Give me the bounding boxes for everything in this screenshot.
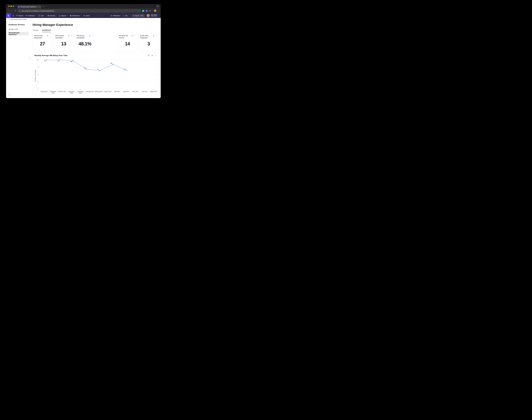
search-button[interactable]: Search ⌘+K <box>132 14 145 17</box>
nav-item-reports[interactable]: Reports <box>58 13 69 18</box>
info-icon[interactable] <box>153 35 154 36</box>
x-tick-label: March 2024 <box>103 91 112 94</box>
x-tick-label: August 2023 <box>39 91 49 94</box>
nav-item-admin[interactable]: Admin <box>82 13 91 18</box>
kebab-menu-icon[interactable] <box>49 35 51 36</box>
minimize-window-button[interactable] <box>10 5 12 7</box>
user-org: Ashby 2024 <box>151 16 157 17</box>
close-window-button[interactable] <box>8 5 10 7</box>
card-header: HM Surveys Requested <box>34 35 51 39</box>
nav-item-candidates[interactable]: Candidates <box>24 13 37 18</box>
svg-text:7.2: 7.2 <box>124 68 125 70</box>
badge-icon <box>47 15 49 16</box>
sidebar-item-hiring-manager-experience[interactable]: Hiring Manager Experience <box>8 32 29 35</box>
bell-icon <box>110 15 112 16</box>
page-tabs: SurveysDashboard <box>32 29 159 32</box>
nav-item-label: Sourcing <box>50 15 55 16</box>
chevron-down-icon <box>56 15 57 16</box>
nav-item-jobs[interactable]: Jobs <box>37 13 46 18</box>
add-label: Add <box>125 15 127 16</box>
nav-item-dashboards[interactable]: Dashboards <box>69 13 82 18</box>
people-icon <box>25 15 27 16</box>
chevron-down-icon <box>44 15 46 16</box>
extension-icon-1[interactable] <box>142 10 144 12</box>
page-title: Hiring Manager Experience <box>32 23 159 27</box>
y-tick-label: 10 <box>36 59 38 60</box>
kebab-menu-icon[interactable] <box>155 35 157 36</box>
ashby-extension-icon[interactable]: A <box>146 10 148 12</box>
stat-cards: HM Surveys Requested 27 HM Surveys Submi… <box>32 33 159 51</box>
open-external-icon[interactable] <box>152 55 153 56</box>
kebab-menu-icon[interactable] <box>134 35 136 36</box>
ashby-logo[interactable]: A <box>6 13 11 18</box>
chevron-down-icon <box>80 15 81 16</box>
nav-item-home[interactable] <box>11 13 15 18</box>
chart-header: Monthly Average HM Rating Over Time <box>33 55 158 57</box>
app-nav: A PipelineCandidatesJobsSourcingReportsD… <box>6 13 161 18</box>
tab-surveys[interactable]: Surveys <box>32 29 39 32</box>
x-axis-labels: August 2023September 2023October 2023Nov… <box>39 91 158 94</box>
svg-text:8.8: 8.8 <box>110 62 112 64</box>
tab-dashboard[interactable]: Dashboard <box>42 29 51 32</box>
chart-plot: 10109.87.57.18.87.2 <box>39 58 158 90</box>
nav-item-sourcing[interactable]: Sourcing <box>46 13 58 18</box>
x-tick-label: February 2024 <box>94 91 103 94</box>
browser-tab[interactable]: A Hiring Manager Experience · × <box>17 5 41 8</box>
info-icon[interactable] <box>132 35 133 36</box>
refresh-icon[interactable] <box>148 55 150 56</box>
card-value: 14 <box>119 39 136 50</box>
site-settings-icon[interactable] <box>19 10 20 12</box>
nav-item-label: Candidates <box>28 15 35 16</box>
nav-items: PipelineCandidatesJobsSourcingReportsDas… <box>11 13 91 18</box>
x-tick-label: August 2024 <box>149 91 158 94</box>
back-button[interactable]: ← <box>7 9 11 13</box>
new-tab-button[interactable]: + <box>43 5 45 8</box>
x-tick-label: September 2023 <box>49 91 58 94</box>
tab-search-button[interactable] <box>156 5 159 8</box>
zoom-window-button[interactable] <box>13 5 14 7</box>
notifications-button[interactable]: Notifications <box>110 15 121 16</box>
nav-item-label: Jobs <box>41 15 44 16</box>
main-panel: Hiring Manager Experience SurveysDashboa… <box>30 21 161 98</box>
tab-close-icon[interactable]: × <box>39 6 40 8</box>
svg-text:10: 10 <box>58 60 59 61</box>
browser-profile-avatar[interactable] <box>154 10 156 12</box>
browser-toolbar: ← → app.ashbyhq.com/employee-surveys/hme… <box>6 8 161 13</box>
kebab-menu-icon[interactable] <box>70 35 72 36</box>
chart-title: Monthly Average HM Rating Over Time <box>34 55 146 57</box>
forward-button[interactable]: → <box>11 9 14 13</box>
sidebar-resize-handle[interactable] <box>30 57 31 59</box>
bookmark-star-icon[interactable]: ☆ <box>138 10 140 12</box>
chevron-down-icon <box>128 15 129 16</box>
kebab-menu-icon[interactable] <box>92 35 93 36</box>
x-tick-label: June 2024 <box>131 91 140 94</box>
card-value: 13 <box>55 39 72 50</box>
extensions-puzzle-icon[interactable] <box>149 10 151 12</box>
help-button[interactable]: ? <box>7 94 10 97</box>
add-button[interactable]: Add <box>122 14 130 17</box>
sidebar-item-quality-of-hire[interactable]: Quality of Hire <box>8 28 29 31</box>
chart-kebab-menu-icon[interactable] <box>155 55 157 56</box>
toolbar-divider <box>152 10 152 12</box>
plus-icon <box>123 15 124 16</box>
info-icon[interactable] <box>47 35 48 36</box>
browser-menu-icon[interactable]: ⋮ <box>158 10 159 12</box>
new-prebuilt-reports-link[interactable]: New Prebuilt Reports Report <box>11 19 27 20</box>
card-value: 48.1% <box>76 39 93 50</box>
card-label: Pending HM Survey... <box>119 35 131 39</box>
reload-button[interactable] <box>14 9 17 13</box>
chevron-down-icon <box>157 6 158 7</box>
funnel-icon <box>16 15 18 16</box>
address-bar[interactable]: app.ashbyhq.com/employee-surveys/hme/das… <box>17 9 141 13</box>
info-icon[interactable] <box>68 35 69 36</box>
user-menu[interactable]: Ada Minn Ashby 2024 <box>147 14 159 17</box>
card-label: HM Survey Completion <box>76 35 88 39</box>
nav-right: Notifications Add Search ⌘+K Ada Minn As… <box>110 14 159 17</box>
x-tick-label: May 2024 <box>122 91 131 94</box>
url-text: app.ashbyhq.com/employee-surveys/hme/das… <box>21 10 54 12</box>
info-icon[interactable] <box>89 35 91 36</box>
card-header: HM Surveys Submitted <box>55 35 72 39</box>
card-label: Drafts (Attn Required) <box>140 35 152 39</box>
y-tick-label: 8 <box>36 66 38 68</box>
nav-item-pipeline[interactable]: Pipeline <box>15 13 24 18</box>
